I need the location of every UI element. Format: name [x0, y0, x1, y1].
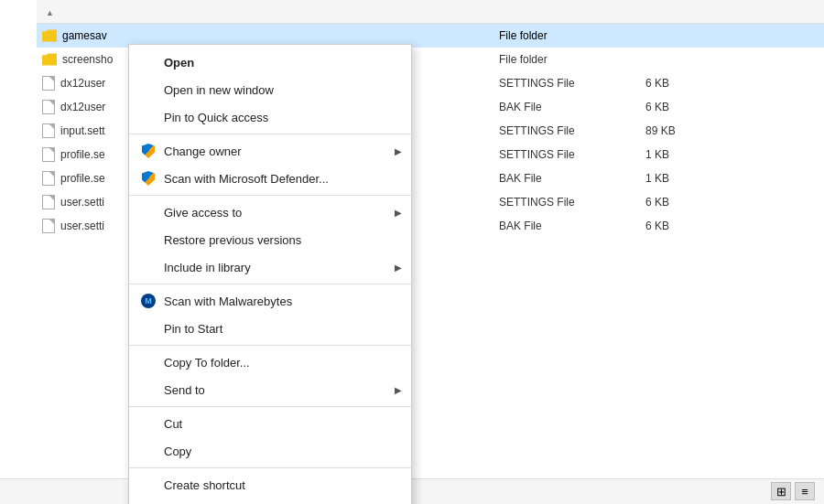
cell-size: 89 KB [636, 124, 710, 137]
menu-item-restore-versions[interactable]: Restore previous versions [129, 226, 411, 253]
menu-item-label: Include in library [164, 261, 251, 274]
menu-item-send-to[interactable]: Send to▶ [129, 376, 411, 403]
menu-item-copy[interactable]: Copy [129, 437, 411, 465]
cell-size: 6 KB [636, 101, 710, 113]
col-header-name[interactable]: ▲ [37, 5, 330, 18]
menu-separator [129, 134, 411, 134]
menu-separator [129, 467, 411, 468]
cell-size: 6 KB [636, 77, 710, 90]
menu-item-label: Restore previous versions [164, 233, 301, 247]
cell-type: SETTINGS File [490, 77, 636, 90]
submenu-arrow-icon: ▶ [395, 263, 402, 273]
file-name-label: profile.se [60, 172, 105, 185]
menu-separator [129, 406, 411, 407]
file-icon [42, 76, 55, 91]
file-icon [42, 219, 55, 233]
file-name-label: screensho [62, 53, 113, 66]
menu-item-create-shortcut[interactable]: Create shortcut [129, 471, 411, 499]
file-name-label: dx12user [60, 77, 105, 90]
menu-separator [129, 284, 411, 284]
menu-item-label: Scan with Microsoft Defender... [164, 172, 329, 186]
cell-size: 1 KB [636, 172, 710, 185]
cell-type: SETTINGS File [490, 196, 636, 209]
folder-icon [42, 52, 57, 67]
menu-item-label: Cut [164, 417, 182, 431]
list-view[interactable]: ≡ [795, 482, 815, 500]
cell-type: File folder [490, 53, 636, 66]
menu-item-scan-malwarebytes[interactable]: Scan with Malwarebytes [129, 287, 411, 315]
empty-icon [140, 381, 157, 398]
submenu-arrow-icon: ▶ [395, 385, 402, 395]
empty-icon [140, 477, 157, 493]
empty-icon [140, 259, 157, 275]
menu-item-open[interactable]: Open [129, 48, 411, 76]
empty-icon [140, 204, 157, 220]
file-name-label: user.setti [60, 196, 104, 209]
menu-item-scan-defender[interactable]: Scan with Microsoft Defender... [129, 165, 411, 192]
details-view[interactable]: ⊞ [771, 482, 791, 500]
cell-size: 1 KB [636, 148, 710, 161]
malwarebytes-icon [140, 293, 157, 309]
menu-item-label: Give access to [164, 206, 242, 220]
file-icon [42, 195, 55, 209]
menu-separator [129, 195, 411, 196]
menu-item-change-owner[interactable]: Change owner▶ [129, 137, 411, 165]
menu-item-label: Send to [164, 383, 205, 397]
menu-item-label: Pin to Start [164, 322, 222, 336]
empty-icon [140, 109, 157, 125]
menu-item-pin-start[interactable]: Pin to Start [129, 315, 411, 342]
cell-type: SETTINGS File [490, 148, 636, 161]
folder-icon [42, 28, 57, 43]
file-name-label: input.sett [60, 124, 105, 137]
empty-icon [140, 354, 157, 370]
cell-size: 6 KB [636, 196, 710, 209]
menu-item-cut[interactable]: Cut [129, 410, 411, 437]
menu-item-label: Change owner [164, 145, 242, 158]
cell-size: 6 KB [636, 220, 710, 232]
cell-type: BAK File [490, 172, 636, 185]
menu-item-copy-to-folder[interactable]: Copy To folder... [129, 349, 411, 376]
file-icon [42, 100, 55, 114]
menu-item-label: Copy [164, 445, 191, 458]
cell-type: BAK File [490, 220, 636, 232]
cell-type: BAK File [490, 101, 636, 113]
empty-icon [140, 320, 157, 337]
menu-item-label: Copy To folder... [164, 356, 250, 370]
submenu-arrow-icon: ▶ [395, 146, 402, 156]
view-icons: ⊞≡ [771, 482, 815, 500]
empty-icon [140, 54, 157, 70]
cell-type: SETTINGS File [490, 124, 636, 137]
menu-item-label: Open [164, 56, 194, 70]
sort-arrow-icon: ▲ [46, 8, 54, 17]
menu-item-delete[interactable]: Delete [129, 499, 411, 504]
submenu-arrow-icon: ▶ [395, 208, 402, 218]
empty-icon [140, 81, 157, 98]
empty-icon [140, 231, 157, 248]
menu-item-give-access[interactable]: Give access to▶ [129, 198, 411, 226]
menu-item-label: Create shortcut [164, 478, 245, 492]
menu-item-pin-quick-access[interactable]: Pin to Quick access [129, 103, 411, 131]
empty-icon [140, 415, 157, 432]
menu-item-label: Open in new window [164, 83, 274, 97]
menu-item-label: Pin to Quick access [164, 111, 268, 124]
file-name-label: profile.se [60, 148, 105, 161]
file-icon [42, 123, 55, 138]
shield-icon [140, 143, 157, 159]
table-header: ▲ [37, 0, 824, 24]
menu-separator [129, 345, 411, 346]
file-name-label: user.setti [60, 220, 104, 232]
file-name-label: gamesav [62, 29, 107, 42]
context-menu: OpenOpen in new windowPin to Quick acces… [128, 44, 412, 504]
cell-name: gamesav [37, 28, 330, 43]
file-icon [42, 147, 55, 162]
file-icon [42, 171, 55, 186]
menu-item-include-library[interactable]: Include in library▶ [129, 253, 411, 281]
menu-item-open-new-window[interactable]: Open in new window [129, 76, 411, 103]
status-bar: ⊞≡ [0, 478, 824, 504]
defender-icon [140, 170, 157, 187]
file-name-label: dx12user [60, 101, 105, 113]
empty-icon [140, 443, 157, 459]
menu-item-label: Scan with Malwarebytes [164, 295, 292, 308]
cell-type: File folder [490, 29, 636, 42]
